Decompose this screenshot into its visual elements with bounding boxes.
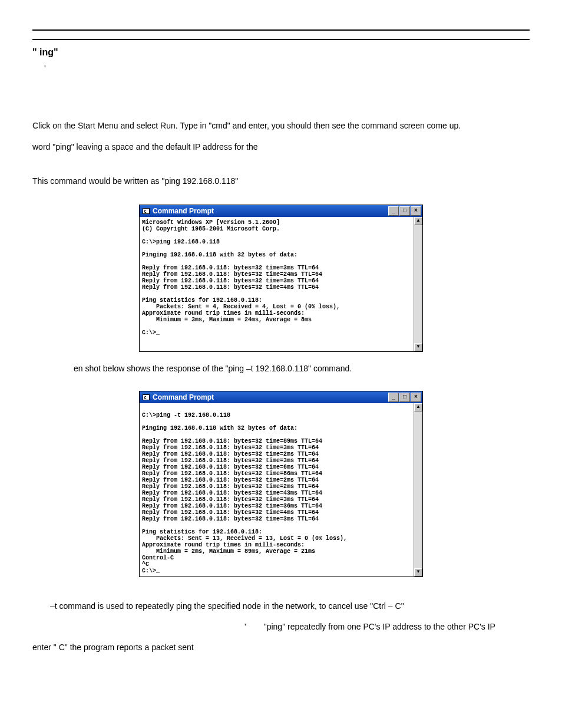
caption-2: en shot below shows the response of the … <box>74 364 530 373</box>
svg-text:c: c <box>144 395 147 400</box>
minimize-button[interactable]: _ <box>388 206 399 216</box>
section-heading: " ing" <box>32 47 530 58</box>
minimize-button[interactable]: _ <box>388 393 399 402</box>
paragraph-1: Click on the Start Menu and select Run. … <box>32 120 530 131</box>
scroll-up-button[interactable]: ▲ <box>414 217 422 225</box>
terminal-output[interactable]: Microsoft Windows XP [Version 5.1.2600] … <box>140 217 422 351</box>
stray-apostrophe: ' <box>44 64 530 73</box>
stray-apostrophe-2: ' <box>244 622 246 631</box>
paragraph-2: word "ping" leaving a space and the defa… <box>32 141 530 152</box>
cmd-icon: c <box>142 207 150 215</box>
paragraph-6: enter " C" the program reports a packet … <box>32 642 530 653</box>
terminal-output[interactable]: C:\>ping -t 192.168.0.118 Pinging 192.16… <box>140 403 422 577</box>
command-prompt-window-1: c Command Prompt _ □ × Microsoft Windows… <box>139 205 423 352</box>
vertical-scrollbar[interactable]: ▲ ▼ <box>414 217 422 351</box>
close-button[interactable]: × <box>411 206 421 216</box>
titlebar[interactable]: c Command Prompt _ □ × <box>140 205 422 217</box>
divider-top <box>32 29 530 31</box>
scroll-up-button[interactable]: ▲ <box>414 403 422 411</box>
scroll-down-button[interactable]: ▼ <box>414 568 422 577</box>
svg-text:c: c <box>144 209 147 214</box>
divider-second <box>32 39 530 40</box>
vertical-scrollbar[interactable]: ▲ ▼ <box>414 403 422 577</box>
window-title: Command Prompt <box>153 207 388 215</box>
cmd-icon: c <box>142 393 150 401</box>
close-button[interactable]: × <box>411 393 421 402</box>
scroll-down-button[interactable]: ▼ <box>414 343 422 351</box>
command-prompt-window-2: c Command Prompt _ □ × C:\>ping -t 192.1… <box>139 391 423 577</box>
maximize-button[interactable]: □ <box>399 206 410 216</box>
paragraph-4: –t command is used to repeatedly ping th… <box>50 601 530 611</box>
paragraph-5: "ping" repeatedly from one PC's IP addre… <box>264 622 495 631</box>
window-controls: _ □ × <box>388 393 421 402</box>
paragraph-3: This command would be written as "ping 1… <box>32 176 530 186</box>
window-controls: _ □ × <box>388 206 421 216</box>
maximize-button[interactable]: □ <box>399 393 410 402</box>
window-title: Command Prompt <box>153 393 388 401</box>
titlebar[interactable]: c Command Prompt _ □ × <box>140 391 422 403</box>
